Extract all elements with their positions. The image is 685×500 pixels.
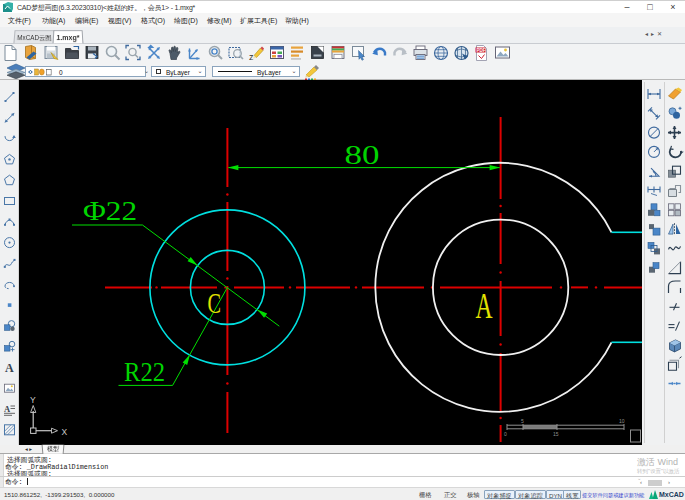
svg-text:10: 10 (619, 418, 625, 424)
svg-text:PDF: PDF (477, 48, 486, 53)
svg-text:15: 15 (553, 431, 559, 437)
svg-text:C: C (208, 286, 222, 319)
svg-text:R22: R22 (124, 357, 165, 387)
svg-text:A: A (476, 286, 493, 326)
svg-text:Φ22: Φ22 (83, 196, 137, 226)
svg-text:80: 80 (345, 140, 380, 170)
svg-text:5: 5 (521, 418, 524, 424)
svg-text:0: 0 (504, 431, 507, 437)
svg-text:A: A (5, 361, 14, 375)
svg-text:A: A (4, 404, 11, 414)
svg-text:Y: Y (30, 395, 36, 405)
svg-text:X: X (62, 427, 68, 437)
svg-text:z: z (249, 52, 254, 62)
